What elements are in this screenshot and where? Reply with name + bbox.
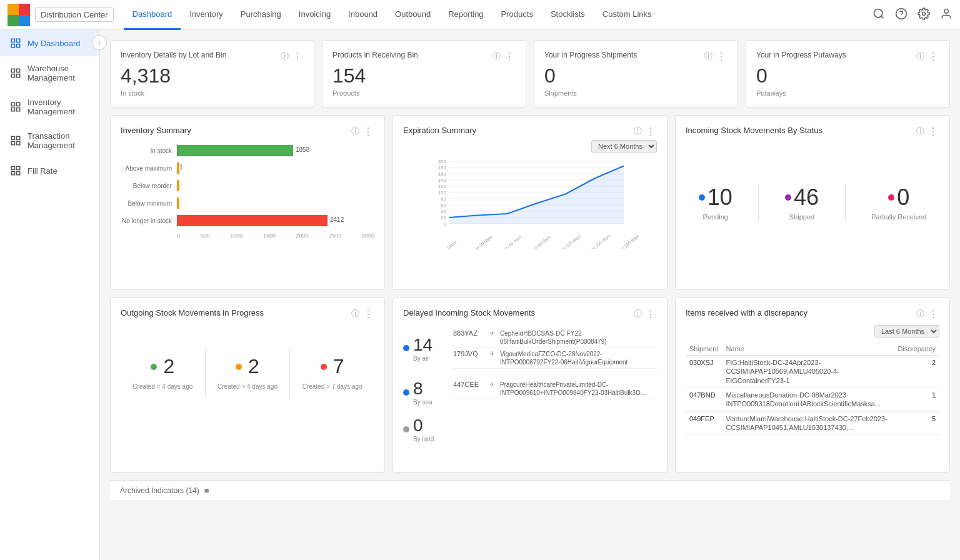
nav-link-invoicing[interactable]: Invoicing (290, 0, 339, 30)
svg-text:within 180 days: within 180 days (613, 233, 640, 249)
kpi-menu-putaways[interactable]: ⋮ (928, 51, 939, 62)
logo[interactable] (8, 4, 30, 26)
outgoing-value: 2 (163, 355, 174, 378)
delayed-transport-icon: ✈ (489, 381, 495, 389)
incoming-stock-card: Incoming Stock Movements By Status ⓘ ⋮ 1… (675, 115, 950, 290)
delayed-content: 14 By air 883YAZ ✈ CepheidHBDCSAS-DC-FY2… (403, 328, 657, 442)
nav-links: DashboardInventoryPurchasingInvoicingInb… (124, 0, 872, 30)
outgoing-stock-info-icon[interactable]: ⓘ (351, 308, 359, 320)
discrepancy-dropdown[interactable]: Last 6 Months (874, 325, 939, 338)
outgoing-count: 7 (298, 355, 367, 378)
bar-row: Above maximum 1 (121, 162, 374, 174)
delayed-count: 14 (413, 335, 432, 355)
inventory-summary-menu-icon[interactable]: ⋮ (363, 126, 374, 138)
discrepancy-table: ShipmentNameDiscrepancy 030XSJ FIG:Haiti… (686, 342, 939, 435)
disc-name: FIG:HaitiStock-DC-24Apr2023-CCSIMIAPAP10… (722, 356, 894, 388)
delayed-movements-menu-icon[interactable]: ⋮ (646, 308, 657, 320)
nav-link-inbound[interactable]: Inbound (339, 0, 386, 30)
user-icon[interactable] (940, 8, 952, 22)
expiration-summary-title: Expiration Summary (403, 126, 476, 135)
sidebar-item-inventory-management[interactable]: Inventory Management (0, 90, 99, 124)
svg-rect-23 (17, 136, 20, 139)
warehouse-management-icon (10, 68, 21, 79)
archived-bar: Archived Indicators (14) ■ (110, 480, 950, 500)
kpi-menu-lot-bin[interactable]: ⋮ (292, 51, 304, 62)
kpi-info-shipments[interactable]: ⓘ (704, 51, 712, 62)
app-name[interactable]: Distribution Center (35, 8, 114, 22)
nav-link-stocklists[interactable]: Stocklists (542, 0, 594, 30)
disc-name: VentureMiamiWarehouse:HaitiStock-DC-27Fe… (722, 411, 894, 435)
svg-point-9 (944, 9, 949, 14)
help-icon[interactable] (895, 8, 908, 22)
svg-text:140: 140 (438, 178, 447, 183)
outgoing-count: 2 (128, 355, 198, 378)
outgoing-stock-menu-icon[interactable]: ⋮ (363, 308, 374, 320)
disc-shipment: 047BND (686, 388, 722, 412)
discrepancy-info-icon[interactable]: ⓘ (916, 308, 924, 320)
nav-link-custom-links[interactable]: Custom Links (594, 0, 661, 30)
incoming-stock-info-icon[interactable]: ⓘ (916, 126, 924, 138)
kpi-value-shipments: 0 (544, 65, 728, 87)
nav-link-purchasing[interactable]: Purchasing (232, 0, 290, 30)
search-icon[interactable] (872, 8, 885, 22)
kpi-info-lot-bin[interactable]: ⓘ (281, 51, 289, 62)
disc-col-header: Name (722, 342, 894, 356)
kpi-info-receiving[interactable]: ⓘ (492, 51, 501, 62)
bar-value: 2412 (330, 216, 344, 223)
kpi-menu-shipments[interactable]: ⋮ (716, 51, 728, 62)
expiration-summary-menu-icon[interactable]: ⋮ (646, 126, 657, 138)
discrepancy-menu-icon[interactable]: ⋮ (928, 308, 939, 320)
expiration-summary-info-icon[interactable]: ⓘ (634, 126, 642, 138)
bar-label: Below reorder (121, 182, 177, 189)
my-dashboard-label: My Dashboard (28, 39, 81, 48)
inventory-summary-info-icon[interactable]: ⓘ (351, 126, 359, 138)
bar-label: Below minimum (121, 200, 177, 207)
status-item-shipped: 46 Shipped (785, 184, 819, 221)
archived-close-icon[interactable]: ■ (204, 486, 209, 495)
kpi-info-putaways[interactable]: ⓘ (916, 51, 924, 62)
incoming-stock-menu-icon[interactable]: ⋮ (928, 126, 939, 138)
status-value: 0 (897, 184, 909, 211)
expiration-dropdown[interactable]: Next 6 Months (591, 140, 657, 152)
outgoing-value: 7 (333, 355, 344, 378)
nav-link-outbound[interactable]: Outbound (386, 0, 439, 30)
kpi-menu-receiving[interactable]: ⋮ (504, 51, 516, 62)
nav-link-reporting[interactable]: Reporting (439, 0, 492, 30)
bar-fill (177, 215, 328, 226)
status-item-pending: 10 Pending (699, 184, 732, 221)
kpi-title-putaways: Your in Progress Putaways (756, 51, 846, 59)
outgoing-dot (151, 364, 157, 370)
nav-icons (872, 8, 952, 22)
charts-row-2: Outgoing Stock Movements in Progress ⓘ ⋮… (110, 298, 950, 472)
nav-link-dashboard[interactable]: Dashboard (124, 0, 181, 30)
delayed-movements-info-icon[interactable]: ⓘ (634, 308, 642, 320)
axis-label: 3000 (362, 232, 374, 239)
delayed-table: 883YAZ ✈ CepheidHBDCSAS-DC-FY22-06HaitiB… (453, 328, 657, 369)
transaction-management-icon (10, 135, 21, 146)
svg-rect-24 (11, 142, 14, 145)
delayed-shipment-id: 883YAZ (453, 329, 484, 337)
svg-point-4 (874, 9, 882, 18)
sidebar-item-fill-rate[interactable]: Fill Rate (0, 158, 99, 184)
sidebar-item-warehouse-management[interactable]: Warehouse Management (0, 56, 99, 90)
svg-text:0: 0 (444, 221, 447, 227)
nav-link-inventory[interactable]: Inventory (181, 0, 231, 30)
svg-rect-3 (19, 15, 30, 26)
status-dot (699, 194, 705, 201)
svg-text:160: 160 (438, 171, 447, 177)
delayed-shipment-name: CepheidHBDCSAS-DC-FY22-06HaitiBulkOrderS… (500, 329, 657, 346)
nav-link-products[interactable]: Products (492, 0, 542, 30)
settings-icon[interactable] (918, 8, 930, 22)
svg-rect-16 (11, 74, 14, 78)
inventory-summary-card: Inventory Summary ⓘ ⋮ In stock 1858 Abov… (110, 115, 385, 290)
delayed-type-label: By land (413, 436, 434, 442)
bar-label: Above maximum (121, 165, 177, 172)
sidebar-collapse-button[interactable]: ‹ (92, 35, 107, 50)
outgoing-dot (236, 364, 242, 370)
sidebar-item-my-dashboard[interactable]: My Dashboard (0, 30, 99, 56)
delayed-row: 447CEE ✈ PragcureHealthcarePrivateLimite… (453, 379, 657, 399)
outgoing-dot (321, 364, 327, 370)
svg-rect-12 (11, 44, 14, 48)
bar-container: 1 (177, 162, 374, 174)
sidebar-item-transaction-management[interactable]: Transaction Management (0, 124, 99, 158)
